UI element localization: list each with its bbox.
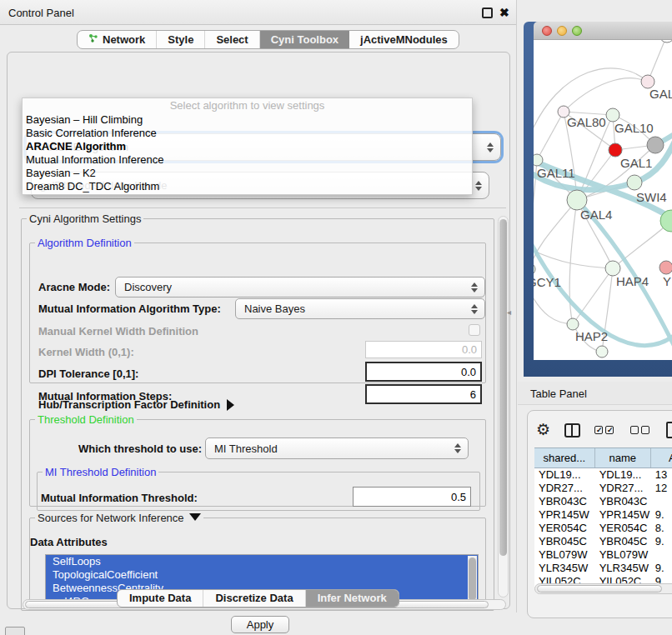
network-window-titlebar[interactable] (534, 22, 672, 40)
tab-impute-data[interactable]: Impute Data (118, 590, 203, 607)
table-row[interactable]: YBR045C YBR045C 9. (534, 535, 672, 548)
algorithm-definition-group: Algorithm Definition Aracne Mode: Discov… (29, 237, 486, 383)
dropdown-option-basic-correlation[interactable]: Basic Correlation Inference (23, 127, 472, 140)
which-threshold-label: Which threshold to use: (78, 442, 202, 455)
column-layout-icon[interactable] (564, 423, 580, 438)
cell: YPR145W (595, 508, 651, 522)
export-table-icon[interactable] (666, 422, 672, 438)
select-all-icon[interactable]: ✓✓ (594, 426, 616, 434)
float-window-icon[interactable] (482, 8, 493, 18)
close-icon[interactable]: ✖ (499, 8, 510, 18)
close-traffic-light-icon[interactable] (542, 26, 552, 36)
cell (651, 495, 672, 508)
node-label-swi4: SWI4 (636, 190, 667, 204)
kernel-width-input[interactable] (365, 341, 482, 358)
network-canvas[interactable]: GAL GAL80 GAL10 GAL1 GAL11 SWI4 GAL4 GCY… (534, 40, 672, 360)
table-row[interactable]: YLR345W YLR345W 9. (534, 562, 672, 575)
cell: YLR345W (595, 562, 651, 575)
scrollbar-thumb[interactable] (537, 585, 662, 592)
dropdown-option-mutual-information[interactable]: Mutual Information Inference (23, 153, 472, 167)
dropdown-option-dream8[interactable]: Dream8 DC_TDC Algorithm (23, 180, 472, 193)
dropdown-option-bayesian-k2[interactable]: Bayesian – K2 (23, 167, 472, 180)
scrollbar-thumb[interactable] (499, 219, 507, 556)
node-attribute-table: shared... name A YDL19... YDL19... 13 YD… (534, 448, 672, 588)
panel-title: Control Panel (8, 7, 74, 19)
node-gray[interactable] (647, 137, 664, 153)
node-gal10[interactable] (606, 108, 619, 122)
table-panel: ⚙ ✓✓ shared... name A YDL19... YDL19... … (527, 410, 672, 618)
tab-cyni-toolbox[interactable]: Cyni Toolbox (260, 31, 349, 48)
table-row[interactable]: YPR145W YPR145W 9. (534, 508, 672, 522)
cell: 9. (651, 535, 672, 548)
node-gcy1[interactable] (534, 263, 535, 275)
top-tab-bar: Network Style Select Cyni Toolbox jActiv… (77, 30, 459, 49)
node-label-gal: GAL (649, 87, 672, 101)
cell: 9. (651, 562, 672, 575)
node-salmon[interactable] (659, 261, 672, 274)
list-item-topologicalcoefficient[interactable]: TopologicalCoefficient (46, 568, 478, 582)
mi-algorithm-type-combobox[interactable]: Naive Bayes (235, 298, 485, 319)
mi-threshold-input[interactable] (353, 487, 471, 507)
table-horizontal-scrollbar[interactable] (534, 583, 672, 594)
table-row[interactable]: YBR043C YBR043C (534, 495, 672, 508)
which-threshold-combobox[interactable]: MI Threshold (205, 438, 469, 459)
tab-style-label: Style (168, 31, 193, 48)
dpi-tolerance-input[interactable] (365, 362, 482, 382)
kernel-width-label: Kernel Width (0,1): (38, 346, 134, 358)
settings-group-title: Cyni Algorithm Settings (27, 212, 143, 225)
column-header-name[interactable]: name (595, 448, 651, 468)
cell: YLR345W (534, 562, 595, 575)
node-label-hap2: HAP2 (575, 329, 608, 343)
table-row[interactable]: YDR27... YDR27... 12 (534, 482, 672, 495)
control-panel: Control Panel ✖ Network Style Select (0, 0, 517, 612)
zoom-traffic-light-icon[interactable] (572, 26, 582, 36)
tab-network[interactable]: Network (78, 31, 157, 48)
spinner-arrows-icon (472, 181, 485, 191)
cell (651, 548, 672, 562)
divider (19, 208, 506, 208)
splitter-collapse-icon[interactable]: ◂ (507, 308, 511, 317)
apply-button[interactable]: Apply (231, 616, 289, 633)
mi-steps-input[interactable] (365, 384, 482, 404)
cyni-toolbox-panel: Inference Algorithm ARACNE Algorithm gal… (7, 52, 510, 609)
deselect-all-icon[interactable] (630, 426, 652, 434)
tab-infer-network[interactable]: Infer Network (306, 590, 399, 607)
dropdown-placeholder: Select algorithm to view settings (23, 98, 472, 113)
tab-style[interactable]: Style (157, 31, 205, 48)
table-panel-title: Table Panel (530, 388, 587, 400)
node-gal1-red[interactable] (609, 143, 622, 157)
cell: YER054C (534, 522, 595, 535)
hub-definition-expander[interactable]: Hub/Transcription Factor Definition (38, 398, 234, 411)
cell: YBR045C (534, 535, 595, 548)
list-item-selfloops[interactable]: SelfLoops (46, 555, 478, 568)
node-bottom[interactable] (596, 346, 608, 358)
table-row[interactable]: YDL19... YDL19... 13 (534, 468, 672, 482)
dropdown-option-aracne[interactable]: ARACNE Algorithm (23, 140, 472, 153)
settings-gear-icon[interactable]: ⚙ (536, 422, 550, 438)
node-hap2[interactable] (567, 318, 579, 330)
aracne-mode-combobox[interactable]: Discovery (115, 277, 485, 298)
sources-title-text: Sources for Network Inference (38, 512, 184, 524)
column-header-shared-name[interactable]: shared... (534, 448, 595, 468)
column-header-third[interactable]: A (651, 448, 672, 468)
minimize-traffic-light-icon[interactable] (557, 26, 567, 36)
tab-discretize-data[interactable]: Discretize Data (203, 590, 305, 607)
scrollbar-thumb[interactable] (469, 558, 476, 601)
settings-vertical-scrollbar[interactable] (498, 216, 509, 598)
mi-type-label: Mutual Information Algorithm Type: (38, 302, 221, 315)
dropdown-option-bayesian-hill-climbing[interactable]: Bayesian – Hill Climbing (23, 113, 472, 127)
table-row[interactable]: YER054C YER054C 8. (534, 522, 672, 535)
threshold-definition-title: Threshold Definition (35, 413, 137, 426)
manual-kernel-checkbox[interactable] (469, 324, 480, 336)
node-swi4[interactable] (627, 175, 642, 190)
node-top-cut[interactable] (659, 40, 672, 42)
tab-jactivemnodules[interactable]: jActiveMNodules (349, 31, 459, 48)
network-graph: GAL GAL80 GAL10 GAL1 GAL11 SWI4 GAL4 GCY… (534, 40, 672, 360)
table-row[interactable]: YBL079W YBL079W (534, 548, 672, 562)
node-gal11[interactable] (534, 154, 543, 166)
node-label-hap4: HAP4 (616, 274, 649, 288)
network-view-window[interactable]: GAL GAL80 GAL10 GAL1 GAL11 SWI4 GAL4 GCY… (524, 22, 672, 377)
node-label-gcy1: GCY1 (534, 275, 561, 289)
table-toolbar: ⚙ ✓✓ (536, 419, 672, 441)
tab-select[interactable]: Select (205, 31, 259, 48)
